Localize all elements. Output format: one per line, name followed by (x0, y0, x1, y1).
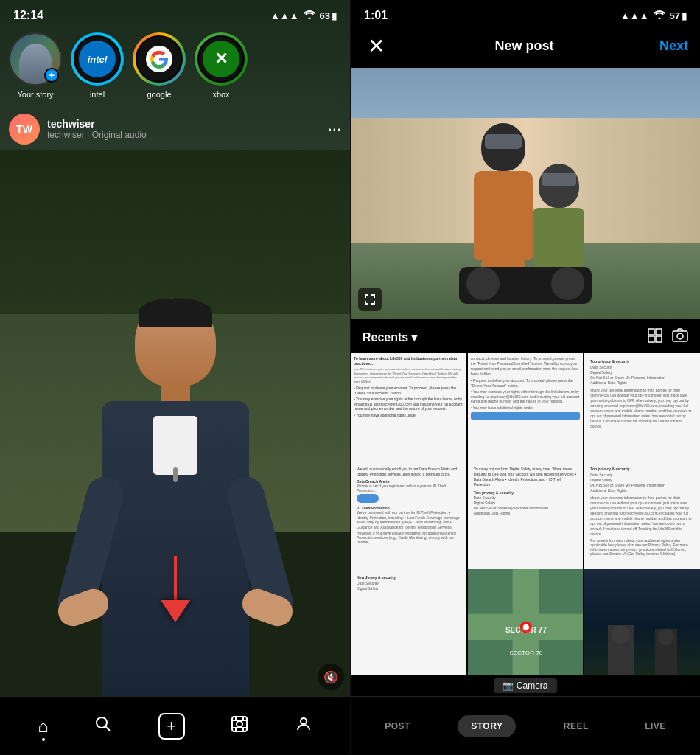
nav-reels[interactable] (219, 709, 260, 743)
motorcycle (459, 267, 592, 304)
nav-profile[interactable] (283, 709, 324, 743)
front-rider (533, 164, 584, 282)
wifi-icon-right (654, 10, 665, 21)
google-story-ring (133, 32, 186, 86)
svg-rect-12 (648, 329, 654, 335)
photo-cell-doc6[interactable]: Top privacy & security Data Security Dig… (584, 461, 700, 577)
new-post-header: ✕ New post Next (351, 27, 700, 68)
map-svg: SECTOR 77 SECTOR 78 (468, 569, 584, 675)
person-figure (102, 298, 249, 696)
profile-icon (295, 715, 312, 737)
photo-cell-map[interactable]: SECTOR 77 SECTOR 78 (468, 569, 584, 675)
photo-cell-persons[interactable] (584, 569, 700, 675)
poster-info: techwiser techwiser · Original audio (47, 118, 328, 140)
person-body (102, 401, 249, 696)
home-active-dot (42, 738, 45, 741)
photo-cell-doc4[interactable]: We will automatically enroll you to our … (351, 461, 466, 577)
svg-text:SECTOR 78: SECTOR 78 (509, 650, 542, 656)
svg-rect-13 (656, 329, 662, 335)
reels-icon (231, 715, 248, 737)
tab-post[interactable]: POST (376, 717, 419, 736)
svg-point-4 (237, 721, 242, 727)
story-label-your: Your story (17, 90, 53, 99)
battery-left: 63 ▮ (320, 10, 337, 21)
main-video: 🔇 (0, 150, 350, 696)
image-preview (351, 68, 700, 319)
right-panel: 1:01 ▲▲▲ 57 ▮ ✕ New post Next (350, 0, 700, 755)
recents-title-button[interactable]: Recents ▾ (363, 330, 417, 344)
svg-rect-14 (648, 336, 654, 342)
add-icon: + (158, 713, 185, 740)
expand-icon (364, 293, 376, 305)
status-icons-left: ▲▲▲ 63 ▮ (270, 10, 337, 21)
post-more-button[interactable]: ··· (328, 119, 341, 139)
svg-rect-16 (673, 331, 687, 341)
fullscreen-button[interactable] (358, 288, 382, 311)
recents-chevron: ▾ (411, 330, 417, 344)
tab-live[interactable]: LIVE (636, 717, 675, 736)
person-neck (161, 386, 190, 401)
next-button[interactable]: Next (659, 38, 688, 54)
header-title: New post (494, 38, 553, 54)
nav-add[interactable]: + (147, 707, 197, 745)
recents-label: Recents (363, 331, 408, 344)
xbox-story-ring: ✕ (195, 32, 248, 86)
intel-story-inner: intel (74, 35, 121, 83)
poster-subtitle: techwiser · Original audio (47, 130, 328, 140)
time-left: 12:14 (13, 9, 43, 22)
search-icon (94, 715, 112, 737)
bottom-tab-bar: POST STORY REEL LIVE (351, 696, 700, 755)
tab-live-label: LIVE (645, 721, 666, 731)
xbox-story-inner: ✕ (197, 35, 245, 83)
tab-reel[interactable]: REEL (555, 717, 598, 736)
google-logo-svg (144, 44, 174, 74)
nav-home[interactable]: ⌂ (26, 710, 60, 742)
intel-story-ring: intel (71, 32, 124, 86)
time-right: 1:01 (364, 9, 388, 22)
camera-icon[interactable] (672, 327, 688, 347)
tab-story-label: STORY (471, 721, 503, 731)
story-item-google[interactable]: google (133, 32, 186, 99)
back-rider (474, 123, 533, 282)
photo-grid: To learn more about Life360 and its busi… (351, 353, 700, 675)
story-label-xbox: xbox (212, 90, 229, 99)
svg-point-24 (522, 624, 528, 630)
svg-rect-15 (656, 336, 662, 342)
photo-cell-doc3[interactable]: Top privacy & security Data Security Dig… (584, 353, 700, 469)
bottom-nav: ⌂ + (0, 696, 350, 755)
svg-point-17 (677, 333, 683, 339)
poster-avatar: TW (9, 114, 40, 145)
close-button[interactable]: ✕ (363, 32, 389, 59)
home-icon: ⌂ (38, 716, 49, 737)
recents-header: Recents ▾ (351, 319, 700, 353)
story-item-your[interactable]: + Your story (9, 32, 62, 99)
recents-actions (647, 327, 688, 347)
mute-button[interactable]: 🔇 (318, 664, 344, 690)
svg-line-2 (105, 726, 110, 731)
left-panel: 12:14 ▲▲▲ 63 ▮ (0, 0, 350, 755)
story-label-google: google (147, 90, 171, 99)
signal-icon: ▲▲▲ (270, 10, 299, 21)
poster-name: techwiser (47, 118, 328, 130)
wifi-icon-left (304, 10, 315, 21)
status-bar-right: 1:01 ▲▲▲ 57 ▮ (351, 0, 700, 27)
status-bar-left: 12:14 ▲▲▲ 63 ▮ (0, 0, 350, 27)
your-story-avatar: + (9, 32, 62, 86)
signal-icon-right: ▲▲▲ (620, 10, 649, 21)
camera-label-area: 📷 Camera (351, 675, 700, 696)
camera-label: 📷 Camera (494, 678, 556, 693)
nav-search[interactable] (83, 709, 124, 743)
photo-cell-doc1[interactable]: To learn more about Life360 and its busi… (351, 353, 466, 469)
post-header: TW techwiser techwiser · Original audio … (0, 108, 350, 150)
google-story-inner (136, 35, 183, 83)
story-item-xbox[interactable]: ✕ xbox (195, 32, 248, 99)
photo-cell-doc2[interactable]: contacts, devices and location history. … (468, 353, 584, 469)
tab-story[interactable]: STORY (458, 715, 516, 737)
photo-cell-doc7[interactable]: New Jersey & security Date Security Digi… (351, 569, 466, 675)
intel-logo: intel (79, 41, 116, 77)
stories-row: + Your story intel intel (0, 27, 350, 108)
person-head (135, 298, 216, 386)
photo-cell-doc5[interactable]: You may opt out from Digital Safety at a… (468, 461, 584, 577)
grid-view-icon[interactable] (647, 327, 663, 347)
story-item-intel[interactable]: intel intel (71, 32, 124, 99)
